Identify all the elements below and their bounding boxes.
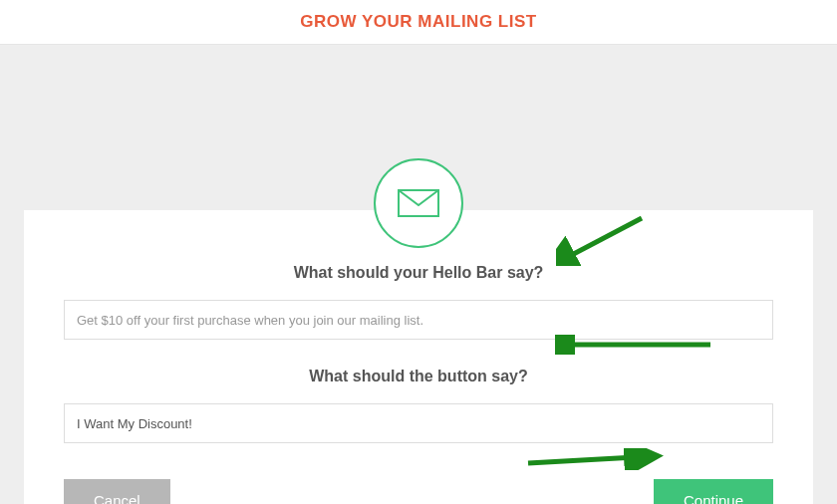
button-text-input[interactable]: [64, 403, 773, 443]
goal-icon-circle: [374, 158, 463, 248]
button-row: Cancel Continue: [64, 479, 773, 504]
message-input[interactable]: [64, 300, 773, 340]
field-group-button-text: What should the button say?: [64, 368, 773, 443]
envelope-icon: [398, 189, 439, 217]
content-area: What should your Hello Bar say? What sho…: [0, 45, 837, 504]
header-band: GROW YOUR MAILING LIST: [0, 0, 837, 45]
form-card: What should your Hello Bar say? What sho…: [24, 210, 813, 504]
page-title: GROW YOUR MAILING LIST: [300, 12, 536, 32]
field-group-message: What should your Hello Bar say?: [64, 264, 773, 340]
button-text-question-label: What should the button say?: [64, 368, 773, 385]
message-question-label: What should your Hello Bar say?: [64, 264, 773, 282]
cancel-button[interactable]: Cancel: [64, 479, 170, 504]
continue-button[interactable]: Continue: [654, 479, 773, 504]
